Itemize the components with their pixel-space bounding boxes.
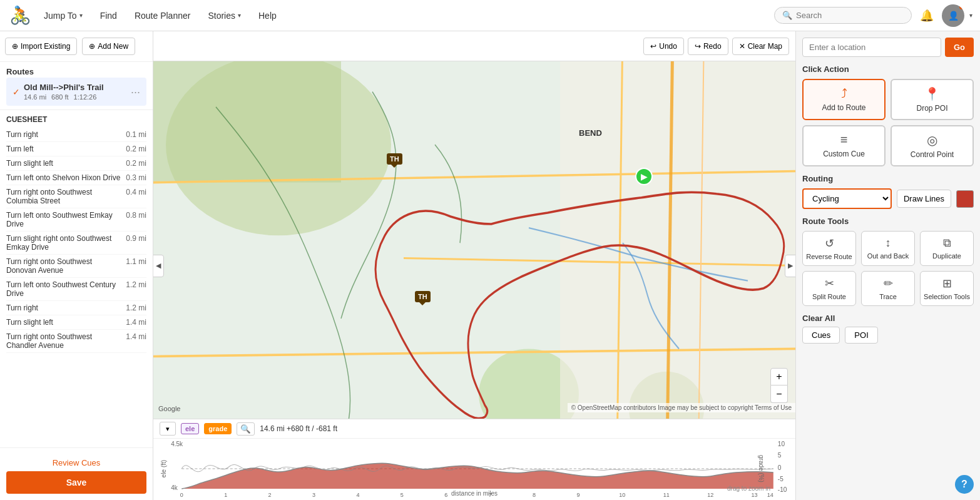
cue-item: Turn slight left1.4 mi bbox=[6, 315, 146, 330]
sidebar-collapse-button[interactable]: ◀ bbox=[153, 255, 164, 277]
route-item[interactable]: ✓ Old Mill-->Phil's Trail 14.6 mi 680 ft… bbox=[6, 78, 146, 106]
cue-item: Turn left onto Southwest Century Drive1.… bbox=[6, 278, 146, 301]
elevation-zoom-button[interactable]: 🔍 bbox=[237, 422, 255, 436]
svg-point-1 bbox=[166, 54, 391, 235]
trace-button[interactable]: ✏ Trace bbox=[861, 271, 915, 306]
svg-text:9: 9 bbox=[576, 492, 579, 498]
svg-text:4k: 4k bbox=[171, 484, 178, 491]
cue-distance: 1.2 mi bbox=[126, 280, 146, 298]
help-menu[interactable]: Help bbox=[252, 7, 283, 24]
reverse-route-button[interactable]: ↺ Reverse Route bbox=[802, 231, 856, 266]
drag-to-zoom-label: drag to zoom in bbox=[727, 485, 770, 492]
stories-menu[interactable]: Stories ▾ bbox=[202, 7, 247, 24]
avatar-chevron-icon[interactable]: ▾ bbox=[969, 12, 972, 19]
cue-item: Turn right onto Southwest Donovan Avenue… bbox=[6, 255, 146, 278]
undo-button[interactable]: ↩ Undo bbox=[643, 38, 684, 55]
clear-map-button[interactable]: ✕ Clear Map bbox=[732, 38, 789, 55]
nav-search-box[interactable]: 🔍 bbox=[774, 7, 912, 24]
google-attribution: Google bbox=[158, 405, 180, 412]
elevation-chart[interactable]: 4.5k 4k 10 5 0 -5 -10 0 1 2 3 4 5 6 7 8 … bbox=[153, 439, 795, 498]
route-more-icon[interactable]: ··· bbox=[131, 86, 140, 98]
control-point-button[interactable]: ◎ Control Point bbox=[891, 125, 974, 166]
redo-button[interactable]: ↪ Redo bbox=[688, 38, 728, 55]
save-button[interactable]: Save bbox=[6, 471, 146, 494]
svg-text:4: 4 bbox=[356, 492, 359, 498]
out-back-icon: ↕ bbox=[886, 237, 891, 250]
cue-distance: 1.2 mi bbox=[126, 304, 146, 312]
clear-cues-button[interactable]: Cues bbox=[802, 327, 840, 344]
route-planner-menu[interactable]: Route Planner bbox=[128, 7, 197, 24]
eye-target-icon: ◎ bbox=[927, 133, 937, 148]
route-start-marker[interactable]: ▶ bbox=[635, 168, 653, 185]
add-to-route-button[interactable]: ⤴ Add to Route bbox=[802, 79, 886, 120]
svg-text:4.5k: 4.5k bbox=[171, 441, 183, 447]
undo-icon: ↩ bbox=[650, 42, 656, 51]
cue-item: Turn right0.1 mi bbox=[6, 128, 146, 142]
selection-tools-button[interactable]: ⊞ Selection Tools bbox=[920, 271, 974, 306]
add-new-button[interactable]: ⊕ Add New bbox=[82, 38, 135, 55]
notifications-bell-icon[interactable]: 🔔 bbox=[917, 6, 937, 26]
routes-section: Routes ✓ Old Mill-->Phil's Trail 14.6 mi… bbox=[0, 62, 153, 110]
svg-text:14: 14 bbox=[767, 492, 773, 498]
trailhead-marker-2[interactable]: TH bbox=[415, 291, 431, 302]
cue-text: Turn right bbox=[6, 130, 121, 139]
zoom-out-button[interactable]: − bbox=[770, 385, 788, 403]
split-route-button[interactable]: ✂ Split Route bbox=[802, 271, 856, 306]
location-input[interactable] bbox=[802, 38, 941, 57]
cue-item: Turn left onto Shelvon Hixon Drive0.3 mi bbox=[6, 171, 146, 185]
cue-item: Turn right onto Southwest Chandler Avenu… bbox=[6, 330, 146, 353]
logo[interactable]: 🚴 bbox=[8, 3, 33, 28]
cue-distance: 0.9 mi bbox=[126, 234, 146, 252]
cue-item: Turn right1.2 mi bbox=[6, 301, 146, 315]
right-panel-collapse-button[interactable]: ▶ bbox=[785, 255, 795, 277]
routing-select[interactable]: CyclingMountain BikingWalkingDriving bbox=[802, 188, 892, 209]
sidebar-bottom: Review Cues Save bbox=[0, 447, 153, 500]
cue-distance: 0.2 mi bbox=[126, 159, 146, 168]
route-color-swatch[interactable] bbox=[956, 190, 974, 208]
out-and-back-button[interactable]: ↕ Out and Back bbox=[861, 231, 915, 266]
reverse-icon: ↺ bbox=[825, 237, 834, 250]
elevation-panel: ▾ ele grade 🔍 14.6 mi +680 ft / -681 ft … bbox=[153, 419, 795, 500]
click-action-title: Click Action bbox=[802, 64, 974, 74]
cue-distance: 0.3 mi bbox=[126, 173, 146, 182]
map-attribution: © OpenStreetMap contributors Image may b… bbox=[568, 403, 795, 412]
route-tools-title: Route Tools bbox=[802, 217, 974, 226]
jump-to-menu[interactable]: Jump To ▾ bbox=[38, 7, 89, 24]
import-existing-button[interactable]: ⊕ Import Existing bbox=[5, 38, 77, 55]
svg-text:6: 6 bbox=[444, 492, 447, 498]
trailhead-marker-1[interactable]: TH bbox=[387, 153, 402, 165]
map-zoom-controls: + − bbox=[770, 368, 788, 403]
clear-poi-button[interactable]: POI bbox=[845, 327, 877, 344]
y-axis-right-label: grade (%) bbox=[758, 455, 765, 482]
svg-line-8 bbox=[153, 349, 795, 356]
svg-text:8: 8 bbox=[533, 492, 536, 498]
elevation-svg: 4.5k 4k 10 5 0 -5 -10 0 1 2 3 4 5 6 7 8 … bbox=[153, 439, 795, 498]
cue-text: Turn left onto Shelvon Hixon Drive bbox=[6, 173, 121, 182]
cue-text: Turn slight right onto Southwest Emkay D… bbox=[6, 234, 121, 252]
cue-text: Turn left onto Southwest Emkay Drive bbox=[6, 211, 121, 228]
cue-list: Turn right0.1 miTurn left0.2 miTurn slig… bbox=[6, 128, 146, 353]
cue-distance: 0.2 mi bbox=[126, 145, 146, 153]
elevation-down-button[interactable]: ▾ bbox=[160, 422, 176, 436]
logo-icon: 🚴 bbox=[9, 5, 31, 26]
route-tools-grid: ↺ Reverse Route ↕ Out and Back ⧉ Duplica… bbox=[802, 231, 974, 306]
search-input[interactable] bbox=[796, 11, 904, 20]
zoom-in-button[interactable]: + bbox=[770, 368, 788, 385]
cuesheet-section: Cuesheet Turn right0.1 miTurn left0.2 mi… bbox=[0, 110, 153, 355]
find-menu[interactable]: Find bbox=[94, 7, 123, 24]
go-button[interactable]: Go bbox=[945, 38, 974, 57]
svg-text:5: 5 bbox=[778, 452, 782, 459]
duplicate-icon: ⧉ bbox=[943, 237, 951, 250]
draw-lines-button[interactable]: Draw Lines bbox=[897, 190, 951, 208]
selection-icon: ⊞ bbox=[942, 277, 952, 290]
help-button[interactable]: ? bbox=[955, 475, 974, 494]
trace-icon: ✏ bbox=[884, 277, 893, 290]
duplicate-button[interactable]: ⧉ Duplicate bbox=[920, 231, 974, 266]
avatar[interactable]: 👤 bbox=[942, 4, 964, 27]
svg-text:0: 0 bbox=[778, 464, 782, 471]
drop-poi-button[interactable]: 📍 Drop POI bbox=[891, 79, 974, 120]
grade-toggle-button[interactable]: grade bbox=[204, 423, 232, 434]
elevation-toggle-button[interactable]: ele bbox=[181, 423, 199, 434]
custom-cue-button[interactable]: ≡ Custom Cue bbox=[802, 125, 886, 166]
review-cues-button[interactable]: Review Cues bbox=[6, 454, 146, 471]
